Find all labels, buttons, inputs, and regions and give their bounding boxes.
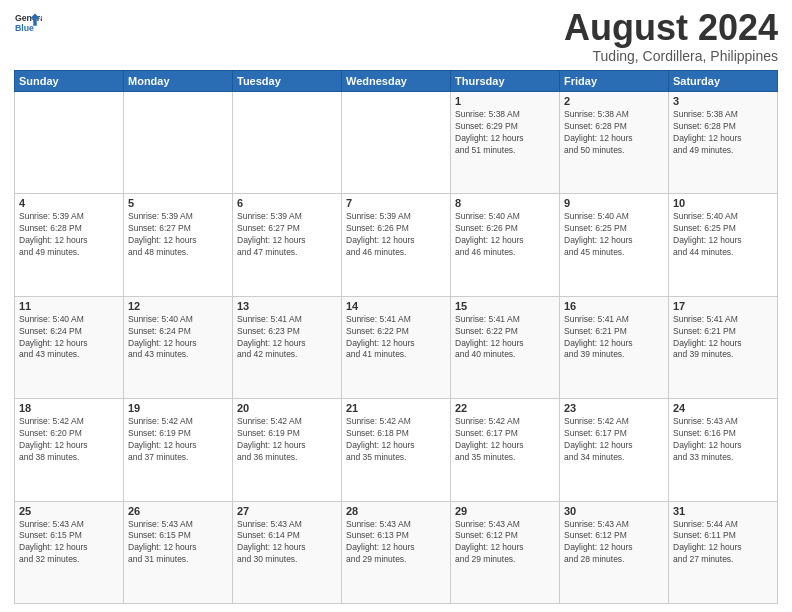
calendar-cell: 13Sunrise: 5:41 AM Sunset: 6:23 PM Dayli…: [233, 296, 342, 398]
day-number: 6: [237, 197, 337, 209]
calendar-cell: 17Sunrise: 5:41 AM Sunset: 6:21 PM Dayli…: [669, 296, 778, 398]
calendar-cell: [342, 92, 451, 194]
logo: General Blue: [14, 10, 42, 38]
day-info: Sunrise: 5:42 AM Sunset: 6:18 PM Dayligh…: [346, 416, 446, 464]
day-info: Sunrise: 5:38 AM Sunset: 6:29 PM Dayligh…: [455, 109, 555, 157]
day-info: Sunrise: 5:43 AM Sunset: 6:12 PM Dayligh…: [455, 519, 555, 567]
day-number: 26: [128, 505, 228, 517]
day-info: Sunrise: 5:42 AM Sunset: 6:17 PM Dayligh…: [564, 416, 664, 464]
day-number: 19: [128, 402, 228, 414]
calendar-cell: [15, 92, 124, 194]
header: General Blue August 2024 Tuding, Cordill…: [14, 10, 778, 64]
subtitle: Tuding, Cordillera, Philippines: [564, 48, 778, 64]
calendar-week-row: 11Sunrise: 5:40 AM Sunset: 6:24 PM Dayli…: [15, 296, 778, 398]
day-number: 28: [346, 505, 446, 517]
calendar-cell: 18Sunrise: 5:42 AM Sunset: 6:20 PM Dayli…: [15, 399, 124, 501]
day-number: 1: [455, 95, 555, 107]
day-number: 29: [455, 505, 555, 517]
calendar-table: SundayMondayTuesdayWednesdayThursdayFrid…: [14, 70, 778, 604]
calendar-cell: 21Sunrise: 5:42 AM Sunset: 6:18 PM Dayli…: [342, 399, 451, 501]
page: General Blue August 2024 Tuding, Cordill…: [0, 0, 792, 612]
day-info: Sunrise: 5:43 AM Sunset: 6:13 PM Dayligh…: [346, 519, 446, 567]
calendar-cell: 3Sunrise: 5:38 AM Sunset: 6:28 PM Daylig…: [669, 92, 778, 194]
calendar-cell: [233, 92, 342, 194]
calendar-week-row: 1Sunrise: 5:38 AM Sunset: 6:29 PM Daylig…: [15, 92, 778, 194]
calendar-cell: 15Sunrise: 5:41 AM Sunset: 6:22 PM Dayli…: [451, 296, 560, 398]
weekday-header-monday: Monday: [124, 71, 233, 92]
calendar-header-row: SundayMondayTuesdayWednesdayThursdayFrid…: [15, 71, 778, 92]
calendar-cell: 31Sunrise: 5:44 AM Sunset: 6:11 PM Dayli…: [669, 501, 778, 603]
calendar-cell: 12Sunrise: 5:40 AM Sunset: 6:24 PM Dayli…: [124, 296, 233, 398]
calendar-cell: 29Sunrise: 5:43 AM Sunset: 6:12 PM Dayli…: [451, 501, 560, 603]
weekday-header-friday: Friday: [560, 71, 669, 92]
weekday-header-thursday: Thursday: [451, 71, 560, 92]
day-info: Sunrise: 5:44 AM Sunset: 6:11 PM Dayligh…: [673, 519, 773, 567]
weekday-header-wednesday: Wednesday: [342, 71, 451, 92]
calendar-cell: 2Sunrise: 5:38 AM Sunset: 6:28 PM Daylig…: [560, 92, 669, 194]
day-info: Sunrise: 5:40 AM Sunset: 6:26 PM Dayligh…: [455, 211, 555, 259]
calendar-cell: 23Sunrise: 5:42 AM Sunset: 6:17 PM Dayli…: [560, 399, 669, 501]
calendar-cell: 25Sunrise: 5:43 AM Sunset: 6:15 PM Dayli…: [15, 501, 124, 603]
day-info: Sunrise: 5:42 AM Sunset: 6:19 PM Dayligh…: [237, 416, 337, 464]
day-info: Sunrise: 5:39 AM Sunset: 6:27 PM Dayligh…: [237, 211, 337, 259]
day-info: Sunrise: 5:42 AM Sunset: 6:20 PM Dayligh…: [19, 416, 119, 464]
day-info: Sunrise: 5:43 AM Sunset: 6:15 PM Dayligh…: [19, 519, 119, 567]
calendar-cell: 30Sunrise: 5:43 AM Sunset: 6:12 PM Dayli…: [560, 501, 669, 603]
day-number: 22: [455, 402, 555, 414]
calendar-cell: 7Sunrise: 5:39 AM Sunset: 6:26 PM Daylig…: [342, 194, 451, 296]
day-info: Sunrise: 5:43 AM Sunset: 6:16 PM Dayligh…: [673, 416, 773, 464]
calendar-cell: 5Sunrise: 5:39 AM Sunset: 6:27 PM Daylig…: [124, 194, 233, 296]
day-number: 25: [19, 505, 119, 517]
calendar-cell: 19Sunrise: 5:42 AM Sunset: 6:19 PM Dayli…: [124, 399, 233, 501]
calendar-cell: 11Sunrise: 5:40 AM Sunset: 6:24 PM Dayli…: [15, 296, 124, 398]
svg-text:Blue: Blue: [15, 23, 34, 33]
weekday-header-tuesday: Tuesday: [233, 71, 342, 92]
day-number: 30: [564, 505, 664, 517]
day-info: Sunrise: 5:38 AM Sunset: 6:28 PM Dayligh…: [673, 109, 773, 157]
day-number: 16: [564, 300, 664, 312]
calendar-cell: 6Sunrise: 5:39 AM Sunset: 6:27 PM Daylig…: [233, 194, 342, 296]
calendar-cell: 14Sunrise: 5:41 AM Sunset: 6:22 PM Dayli…: [342, 296, 451, 398]
day-number: 11: [19, 300, 119, 312]
calendar-week-row: 4Sunrise: 5:39 AM Sunset: 6:28 PM Daylig…: [15, 194, 778, 296]
day-number: 8: [455, 197, 555, 209]
calendar-cell: 1Sunrise: 5:38 AM Sunset: 6:29 PM Daylig…: [451, 92, 560, 194]
day-number: 12: [128, 300, 228, 312]
day-number: 24: [673, 402, 773, 414]
calendar-cell: 24Sunrise: 5:43 AM Sunset: 6:16 PM Dayli…: [669, 399, 778, 501]
day-number: 21: [346, 402, 446, 414]
calendar-cell: 4Sunrise: 5:39 AM Sunset: 6:28 PM Daylig…: [15, 194, 124, 296]
calendar-cell: 28Sunrise: 5:43 AM Sunset: 6:13 PM Dayli…: [342, 501, 451, 603]
day-number: 20: [237, 402, 337, 414]
day-info: Sunrise: 5:41 AM Sunset: 6:21 PM Dayligh…: [673, 314, 773, 362]
day-number: 4: [19, 197, 119, 209]
day-number: 18: [19, 402, 119, 414]
calendar-cell: [124, 92, 233, 194]
calendar-body: 1Sunrise: 5:38 AM Sunset: 6:29 PM Daylig…: [15, 92, 778, 604]
day-info: Sunrise: 5:41 AM Sunset: 6:22 PM Dayligh…: [346, 314, 446, 362]
calendar-cell: 8Sunrise: 5:40 AM Sunset: 6:26 PM Daylig…: [451, 194, 560, 296]
day-number: 10: [673, 197, 773, 209]
day-number: 23: [564, 402, 664, 414]
calendar-cell: 20Sunrise: 5:42 AM Sunset: 6:19 PM Dayli…: [233, 399, 342, 501]
day-number: 3: [673, 95, 773, 107]
day-info: Sunrise: 5:39 AM Sunset: 6:28 PM Dayligh…: [19, 211, 119, 259]
day-number: 15: [455, 300, 555, 312]
calendar-cell: 16Sunrise: 5:41 AM Sunset: 6:21 PM Dayli…: [560, 296, 669, 398]
day-info: Sunrise: 5:43 AM Sunset: 6:15 PM Dayligh…: [128, 519, 228, 567]
weekday-header-saturday: Saturday: [669, 71, 778, 92]
day-number: 13: [237, 300, 337, 312]
day-info: Sunrise: 5:41 AM Sunset: 6:23 PM Dayligh…: [237, 314, 337, 362]
calendar-cell: 27Sunrise: 5:43 AM Sunset: 6:14 PM Dayli…: [233, 501, 342, 603]
day-info: Sunrise: 5:39 AM Sunset: 6:27 PM Dayligh…: [128, 211, 228, 259]
calendar-week-row: 25Sunrise: 5:43 AM Sunset: 6:15 PM Dayli…: [15, 501, 778, 603]
day-info: Sunrise: 5:42 AM Sunset: 6:17 PM Dayligh…: [455, 416, 555, 464]
day-number: 7: [346, 197, 446, 209]
day-info: Sunrise: 5:38 AM Sunset: 6:28 PM Dayligh…: [564, 109, 664, 157]
calendar-week-row: 18Sunrise: 5:42 AM Sunset: 6:20 PM Dayli…: [15, 399, 778, 501]
title-block: August 2024 Tuding, Cordillera, Philippi…: [564, 10, 778, 64]
logo-icon: General Blue: [14, 10, 42, 38]
day-info: Sunrise: 5:40 AM Sunset: 6:25 PM Dayligh…: [673, 211, 773, 259]
day-info: Sunrise: 5:43 AM Sunset: 6:12 PM Dayligh…: [564, 519, 664, 567]
calendar-cell: 9Sunrise: 5:40 AM Sunset: 6:25 PM Daylig…: [560, 194, 669, 296]
